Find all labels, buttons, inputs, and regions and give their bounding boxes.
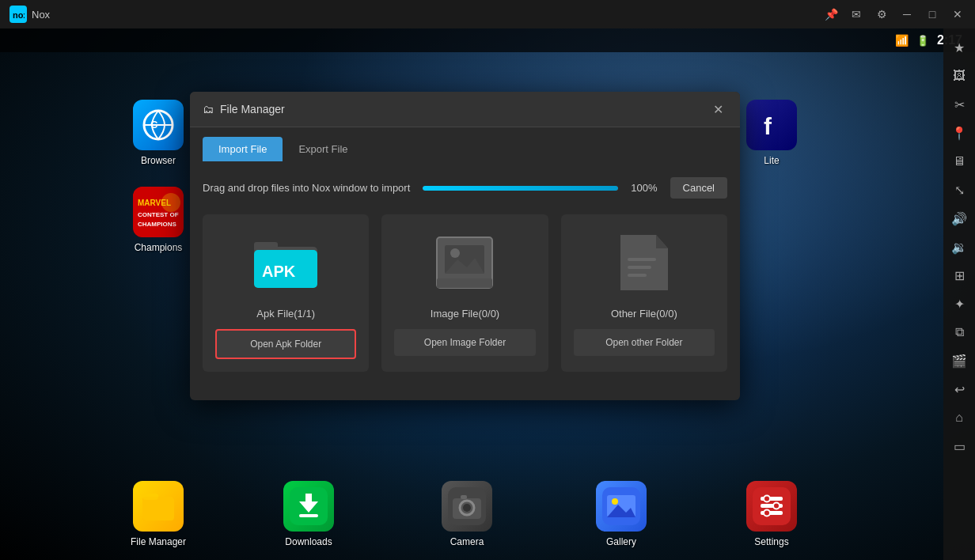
progress-bar-fill [423, 186, 618, 191]
sidebar-star-icon[interactable]: ★ [947, 35, 972, 60]
dialog-body: Drag and drop files into Nox window to i… [190, 161, 740, 400]
file-manager-title-icon: 🗂 [203, 103, 214, 115]
dialog-tabs: Import File Export File [190, 127, 740, 161]
image-file-icon [429, 227, 500, 298]
sidebar-home-icon[interactable]: ⌂ [947, 405, 972, 430]
apk-file-card: APK Apk File(1/1) Open Apk Folder [203, 214, 369, 372]
close-button[interactable]: ✕ [947, 3, 969, 25]
sidebar-sparkle-icon[interactable]: ✦ [947, 291, 972, 316]
other-file-card: Other File(0/0) Open other Folder [561, 214, 727, 372]
tab-export-file[interactable]: Export File [283, 137, 363, 161]
pin-button[interactable]: 📌 [820, 3, 842, 25]
dialog-overlay: 🗂 File Manager ✕ Import File Export File… [0, 28, 943, 560]
svg-rect-53 [628, 266, 651, 269]
apk-file-label: Apk File(1/1) [256, 308, 315, 320]
svg-text:APK: APK [262, 263, 296, 280]
file-cards: APK Apk File(1/1) Open Apk Folder [203, 214, 727, 372]
sidebar-back-icon[interactable]: ↩ [947, 376, 972, 402]
tab-import-file[interactable]: Import File [203, 137, 283, 161]
open-image-folder-button[interactable]: Open Image Folder [394, 329, 535, 356]
cancel-button[interactable]: Cancel [670, 177, 727, 199]
file-manager-dialog: 🗂 File Manager ✕ Import File Export File… [190, 92, 740, 400]
open-other-folder-button[interactable]: Open other Folder [574, 329, 715, 356]
sidebar-location-icon[interactable]: 📍 [947, 120, 972, 146]
dialog-header: 🗂 File Manager ✕ [190, 92, 740, 127]
progress-percent: 100% [631, 182, 657, 194]
mail-button[interactable]: ✉ [845, 3, 867, 25]
sidebar-grid-icon[interactable]: ⊞ [947, 263, 972, 288]
maximize-button[interactable]: □ [921, 3, 943, 25]
svg-rect-52 [628, 258, 656, 261]
right-sidebar: ★ 🖼 ✂ 📍 🖥 ⤡ 🔊 🔉 ⊞ ✦ ⧉ 🎬 ↩ ⌂ ▭ [943, 28, 975, 560]
app-logo: nox Nox [0, 6, 59, 23]
open-apk-folder-button[interactable]: Open Apk Folder [215, 329, 356, 359]
statusbar: 📶 🔋 2:17 [0, 28, 975, 52]
sidebar-expand-icon[interactable]: ⤡ [947, 177, 972, 202]
drop-area: Drag and drop files into Nox window to i… [203, 177, 727, 199]
nox-icon: nox [9, 6, 27, 23]
dialog-close-button[interactable]: ✕ [708, 100, 727, 119]
sidebar-screenshot-icon[interactable]: 🖼 [947, 63, 972, 89]
window-controls: 📌 ✉ ⚙ ─ □ ✕ [820, 3, 975, 25]
sidebar-layers-icon[interactable]: ⧉ [947, 320, 972, 345]
sidebar-cut-icon[interactable]: ✂ [947, 92, 972, 117]
apk-folder-icon: APK [250, 227, 321, 298]
svg-text:nox: nox [13, 10, 25, 20]
dialog-title-area: 🗂 File Manager [203, 103, 285, 115]
progress-bar [423, 186, 618, 191]
sidebar-display-icon[interactable]: 🖥 [947, 149, 972, 174]
svg-rect-49 [437, 278, 492, 288]
svg-rect-54 [628, 274, 647, 277]
battery-icon: 🔋 [916, 35, 929, 47]
wifi-icon: 📶 [895, 34, 909, 47]
app-title: Nox [32, 9, 50, 21]
dialog-title: File Manager [220, 103, 285, 115]
titlebar: nox Nox 📌 ✉ ⚙ ─ □ ✕ [0, 0, 975, 28]
other-file-icon [609, 227, 680, 298]
minimize-button[interactable]: ─ [896, 3, 918, 25]
sidebar-task-icon[interactable]: ▭ [947, 433, 972, 459]
svg-point-47 [450, 248, 460, 258]
sidebar-volume-down-icon[interactable]: 🔉 [947, 234, 972, 259]
settings-button[interactable]: ⚙ [871, 3, 893, 25]
svg-marker-51 [656, 235, 668, 248]
image-file-card: Image File(0/0) Open Image Folder [381, 214, 548, 372]
other-file-label: Other File(0/0) [611, 308, 677, 320]
sidebar-video-icon[interactable]: 🎬 [947, 348, 972, 373]
sidebar-volume-up-icon[interactable]: 🔊 [947, 206, 972, 231]
drop-text: Drag and drop files into Nox window to i… [203, 182, 410, 194]
image-file-label: Image File(0/0) [431, 308, 499, 320]
